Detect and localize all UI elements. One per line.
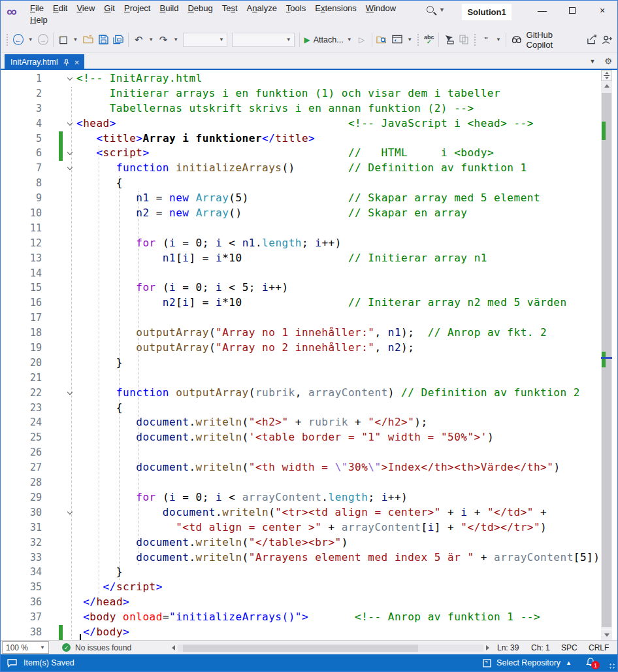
zoom-selector[interactable]: 100 % ▼ <box>2 641 49 654</box>
code-line[interactable]: 18 outputArray("Array no 1 innehåller:",… <box>1 326 617 341</box>
code-line[interactable]: 33 document.writeln("Arrayens element me… <box>1 550 617 565</box>
scroll-up-button[interactable] <box>601 81 612 91</box>
fold-collapse-icon[interactable] <box>64 386 76 401</box>
code-line[interactable]: 14 <box>1 266 617 281</box>
code-line[interactable]: 32 document.writeln("</table><br>") <box>1 535 617 550</box>
menu-item-extensions[interactable]: Extensions <box>315 3 357 13</box>
code-line[interactable]: 3 Tabellernas utskrift skrivs i en annan… <box>1 101 617 116</box>
code-line[interactable]: 17 <box>1 311 617 326</box>
spell-check-button[interactable]: abc✓ <box>424 35 434 44</box>
attach-button[interactable]: ▶ Attach... ▼ <box>304 35 352 44</box>
redo-dropdown[interactable]: ▼ <box>173 37 178 42</box>
configuration-combobox[interactable]: ▼ <box>183 33 227 47</box>
copy-structure-button[interactable] <box>459 32 469 48</box>
code-line[interactable]: 21 <box>1 371 617 386</box>
resize-grip[interactable] <box>609 663 615 669</box>
editor-options-gear-icon[interactable]: ⚙ <box>604 56 612 66</box>
navigate-forward-button[interactable]: → <box>38 32 48 48</box>
code-line[interactable]: 6 <script> // HTML i <body> <box>1 146 617 161</box>
fold-collapse-icon[interactable] <box>64 116 76 131</box>
notifications-bell[interactable]: 1 <box>586 657 595 669</box>
platform-combobox[interactable]: ▼ <box>232 33 295 47</box>
search-button[interactable]: ▼ <box>427 6 445 13</box>
code-line[interactable]: 37 <body onload="initializeArrays()"> <!… <box>1 610 617 625</box>
scrollbar-track[interactable] <box>601 91 612 630</box>
scroll-down-button[interactable] <box>601 630 612 640</box>
scroll-right-button[interactable] <box>486 645 489 650</box>
new-file-button[interactable] <box>58 32 69 48</box>
solution-explorer-dropdown[interactable]: ▼ <box>407 37 412 42</box>
vertical-scrollbar[interactable] <box>601 70 612 640</box>
toolbar-grip[interactable] <box>6 33 8 46</box>
issues-indicator[interactable]: ✓ No issues found <box>62 643 131 652</box>
code-line[interactable]: 2 Initierar arrays i en funktion (1) och… <box>1 86 617 101</box>
code-line[interactable]: 23 { <box>1 401 617 416</box>
feedback-icon[interactable] <box>7 659 17 667</box>
code-line[interactable]: 8 { <box>1 176 617 191</box>
code-line[interactable]: 25 document.writeln('<table border = "1"… <box>1 430 617 445</box>
repository-selector[interactable]: Select Repository <box>496 658 561 667</box>
comment-button[interactable]: '' <box>481 32 491 48</box>
new-file-dropdown[interactable]: ▼ <box>73 37 78 42</box>
save-button[interactable] <box>98 32 108 48</box>
undo-button[interactable]: ↶ <box>133 32 144 48</box>
redo-button[interactable]: ↷ <box>158 32 169 48</box>
code-line[interactable]: 11 <box>1 221 617 236</box>
solution-explorer-button[interactable] <box>392 32 402 48</box>
solution-name[interactable]: Solution1 <box>462 4 512 20</box>
code-line[interactable]: 27 document.writeln("<th width = \"30%\"… <box>1 460 617 475</box>
close-icon[interactable]: × <box>74 58 80 67</box>
code-line[interactable]: 1<!-- InitArray.html <box>1 71 617 86</box>
code-line[interactable]: 7 function initializeArrays() // Definit… <box>1 161 617 176</box>
document-tab[interactable]: InitArray.html × <box>5 54 84 70</box>
code-line[interactable]: 36 </head> <box>1 595 617 610</box>
toolbar-grip[interactable] <box>474 33 476 46</box>
copilot-button[interactable]: GitHub Copilot <box>511 30 577 50</box>
code-line[interactable]: 24 document.writeln("<h2>" + rubrik + "<… <box>1 415 617 430</box>
chevron-down-icon[interactable]: ▼ <box>439 7 445 13</box>
tab-list-dropdown[interactable]: ▼ <box>589 58 595 65</box>
horizontal-scrollbar[interactable] <box>172 643 489 652</box>
code-line[interactable]: 10 n2 = new Array() // Skapar en array <box>1 206 617 221</box>
pin-icon[interactable] <box>63 59 69 66</box>
fold-collapse-icon[interactable] <box>64 146 76 161</box>
close-button[interactable]: × <box>587 1 617 20</box>
navigate-back-button[interactable]: ← <box>13 32 24 48</box>
code-line[interactable]: 38 </body> <box>1 625 617 640</box>
code-line[interactable]: 31 "<td align = center >" + arrayContent… <box>1 520 617 535</box>
menu-item-tools[interactable]: Tools <box>286 3 306 13</box>
menu-item-view[interactable]: View <box>76 3 95 13</box>
code-line[interactable]: 19 outputArray("Array no 2 innehåller:",… <box>1 341 617 356</box>
undo-dropdown[interactable]: ▼ <box>148 37 154 42</box>
fold-collapse-icon[interactable] <box>64 505 76 520</box>
send-feedback-button[interactable] <box>602 32 612 48</box>
code-line[interactable]: 30 document.writeln("<tr><td align = cen… <box>1 505 617 520</box>
menu-item-build[interactable]: Build <box>159 3 178 13</box>
code-line[interactable]: 4<head> <!-- JavaScript i <head> --> <box>1 116 617 131</box>
share-button[interactable] <box>587 32 597 48</box>
code-line[interactable]: 16 n2[i] = i*10 // Initerar array n2 med… <box>1 295 617 311</box>
menu-item-file[interactable]: File <box>30 3 44 13</box>
code-line[interactable]: 13 n1[i] = i*10 // Initierar array n1 <box>1 251 617 266</box>
menu-item-help[interactable]: Help <box>30 15 48 25</box>
minimize-button[interactable]: — <box>527 1 557 20</box>
start-without-debugging-button[interactable]: ▷ <box>357 32 367 48</box>
menu-item-analyze[interactable]: Analyze <box>247 3 277 13</box>
code-line[interactable]: 9 n1 = new Array(5) // Skapar array med … <box>1 191 617 206</box>
chevron-up-icon[interactable]: ▲ <box>566 660 572 666</box>
code-editor[interactable]: 1<!-- InitArray.html2 Initierar arrays i… <box>1 70 617 640</box>
attach-dropdown[interactable]: ▼ <box>347 37 352 42</box>
menu-item-debug[interactable]: Debug <box>187 3 212 13</box>
selection-button[interactable] <box>444 32 454 48</box>
code-line[interactable]: 35 </script> <box>1 580 617 595</box>
scroll-left-button[interactable] <box>172 645 175 650</box>
toolbar-grip[interactable] <box>417 33 419 46</box>
toolbar-overflow-dropdown[interactable]: ▼ <box>496 37 501 42</box>
navigate-back-dropdown[interactable]: ▼ <box>28 37 33 42</box>
code-line[interactable]: 26 <box>1 445 617 460</box>
menu-item-project[interactable]: Project <box>124 3 151 13</box>
fold-collapse-icon[interactable] <box>64 161 76 176</box>
open-file-button[interactable] <box>83 32 94 48</box>
code-line[interactable]: 28 <box>1 475 617 490</box>
code-line[interactable]: 29 for (i = 0; i < arrayContent.length; … <box>1 490 617 505</box>
